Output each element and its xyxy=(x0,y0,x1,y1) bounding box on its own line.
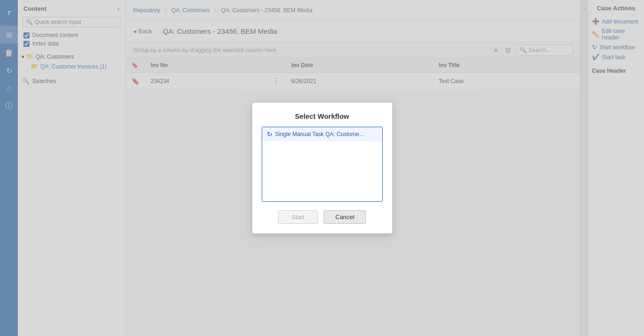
workflow-spinner-icon: ↻ xyxy=(267,130,273,138)
select-workflow-modal: Select Workflow ↻ Single Manual Task QA:… xyxy=(252,102,393,234)
workflow-item[interactable]: ↻ Single Manual Task QA: Custome... xyxy=(262,127,382,141)
modal-overlay: Select Workflow ↻ Single Manual Task QA:… xyxy=(0,0,644,336)
modal-title: Select Workflow xyxy=(262,112,383,120)
modal-buttons: Start Cancel xyxy=(262,210,383,224)
start-button[interactable]: Start xyxy=(278,210,318,224)
workflow-list: ↻ Single Manual Task QA: Custome... xyxy=(262,127,383,202)
workflow-item-label: Single Manual Task QA: Custome... xyxy=(275,131,364,137)
cancel-button[interactable]: Cancel xyxy=(324,210,366,224)
